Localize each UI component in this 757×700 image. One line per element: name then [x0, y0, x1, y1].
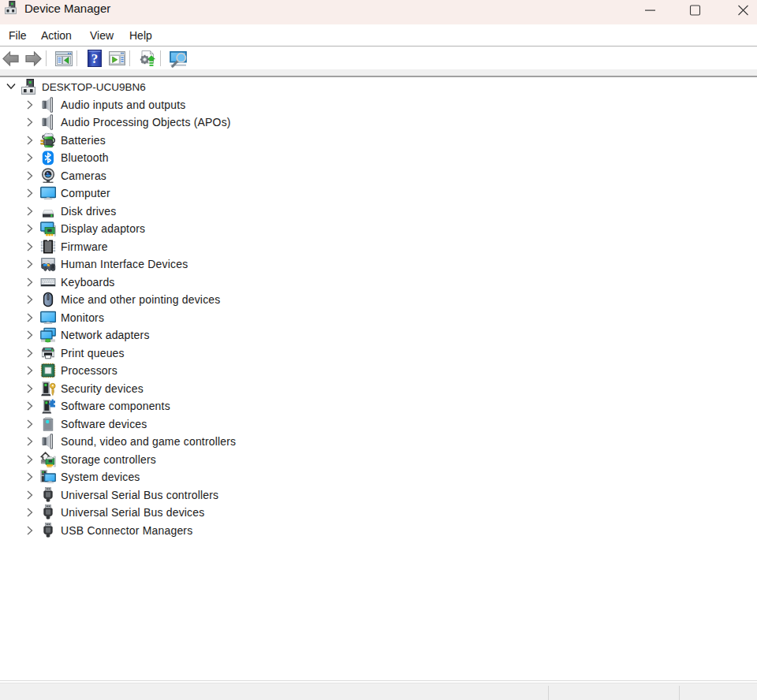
svg-text:?: ?: [91, 51, 99, 66]
